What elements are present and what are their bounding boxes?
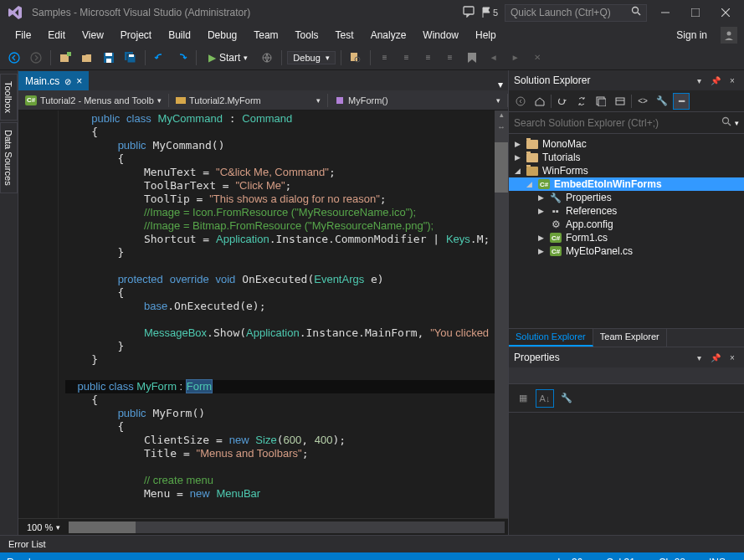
svg-point-1 [633,7,639,13]
prev-bookmark-button[interactable]: ◄ [485,49,503,67]
toolbar-separator [370,50,371,65]
tree-node-monomac[interactable]: ▶ MonoMac [509,137,744,151]
vertical-scrollbar[interactable]: ▴ ↔ [495,110,508,518]
code-content[interactable]: public class MyCommand : Command { publi… [59,110,495,518]
open-file-button[interactable] [78,49,96,67]
tab-team-explorer[interactable]: Team Explorer [593,329,667,347]
panel-dropdown-icon[interactable]: ▾ [692,74,706,87]
toolbox-tab[interactable]: Toolbox [0,74,18,121]
close-panel-icon[interactable]: × [726,74,739,87]
tree-node-appconfig[interactable]: ⚙ App.config [509,218,744,231]
find-in-files-button[interactable] [346,49,365,67]
redo-button[interactable] [172,49,191,67]
save-button[interactable] [100,49,118,67]
next-bookmark-button[interactable]: ► [506,49,525,67]
data-sources-tab[interactable]: Data Sources [0,122,18,193]
menu-file[interactable]: File [7,27,39,44]
indent-button[interactable]: ≡ [419,49,438,67]
svg-point-30 [723,118,729,124]
main-toolbar: ▶ Start ▾ Debug ▾ ≡ ≡ ≡ ≡ ◄ ► ✕ [0,45,744,70]
status-ch: Ch 28 [647,557,697,561]
properties-grid[interactable] [509,413,744,535]
pin-icon[interactable]: 📌 [709,74,722,87]
alphabetical-button[interactable]: A↓ [536,389,554,408]
solution-config-dropdown[interactable]: Debug ▾ [287,51,335,64]
menu-analyze[interactable]: Analyze [362,27,415,44]
se-preview-button[interactable]: ━ [673,93,690,110]
scrollbar-thumb[interactable] [495,142,508,193]
categorized-button[interactable]: ▦ [514,389,532,408]
se-collapse-button[interactable] [593,93,609,110]
error-list-tab[interactable]: Error List [0,537,54,552]
quick-launch-input[interactable]: Quick Launch (Ctrl+Q) [505,4,647,22]
class-dropdown[interactable]: Tutorial2.MyForm ▾ [169,94,328,107]
pin-icon[interactable]: 📌 [709,351,722,364]
pin-icon[interactable]: ⊘ [64,77,71,86]
comment-button[interactable]: ≡ [376,49,394,67]
sign-in-link[interactable]: Sign in [668,27,716,44]
tree-node-panel[interactable]: ▶C# MyEtoPanel.cs [509,244,744,258]
property-pages-button[interactable]: 🔧 [557,389,576,408]
menu-test[interactable]: Test [327,27,362,44]
se-refresh-button[interactable] [573,93,590,110]
nav-back-button[interactable] [5,49,23,67]
tree-node-winforms[interactable]: ◢ WinForms [509,164,744,177]
new-project-button[interactable] [56,49,74,67]
clear-bookmarks-button[interactable]: ✕ [528,49,546,67]
feedback-icon[interactable] [463,6,475,20]
se-show-all-button[interactable] [612,93,629,110]
se-back-button[interactable] [512,93,529,110]
scrollbar-thumb[interactable] [69,521,136,533]
menu-view[interactable]: View [74,27,112,44]
menu-window[interactable]: Window [414,27,467,44]
menu-debug[interactable]: Debug [199,27,245,44]
toolbar-separator [50,50,51,65]
svg-rect-11 [67,52,71,56]
editor-tab-main-cs[interactable]: Main.cs ⊘ × [18,71,89,90]
menu-tools[interactable]: Tools [287,27,327,44]
quick-launch-placeholder: Quick Launch (Ctrl+Q) [511,7,611,18]
save-all-button[interactable] [121,49,140,67]
tab-solution-explorer[interactable]: Solution Explorer [509,329,593,347]
tree-node-references[interactable]: ▶▪▪ References [509,204,744,218]
se-search-input[interactable] [514,117,721,129]
tree-node-properties[interactable]: ▶🔧 Properties [509,191,744,204]
browser-select-button[interactable] [258,49,276,67]
user-icon[interactable] [721,27,737,44]
menu-edit[interactable]: Edit [39,27,74,44]
se-home-button[interactable] [531,93,548,110]
panel-dropdown-icon[interactable]: ▾ [692,351,706,364]
outdent-button[interactable]: ≡ [441,49,459,67]
se-properties-button[interactable]: 🔧 [654,93,670,110]
se-code-button[interactable]: <> [634,93,651,110]
menu-help[interactable]: Help [467,27,505,44]
close-button[interactable] [714,3,737,22]
menu-build[interactable]: Build [160,27,199,44]
menu-team[interactable]: Team [245,27,286,44]
code-editor[interactable]: public class MyCommand : Command { publi… [18,110,508,518]
menu-project[interactable]: Project [112,27,160,44]
search-icon[interactable] [721,116,731,129]
horizontal-scrollbar[interactable] [69,521,505,533]
zoom-dropdown[interactable]: 100 % ▾ [22,522,65,532]
tree-label: References [566,205,617,217]
uncomment-button[interactable]: ≡ [398,49,416,67]
undo-button[interactable] [151,49,169,67]
tree-node-tutorials[interactable]: ▶ Tutorials [509,151,744,164]
close-tab-icon[interactable]: × [76,75,82,87]
minimize-button[interactable] [654,3,677,22]
nav-forward-button[interactable] [27,49,45,67]
se-sync-button[interactable] [554,93,571,110]
properties-object-selector[interactable] [509,367,744,384]
project-dropdown[interactable]: C# Tutorial2 - Menus and Toolb ▾ [18,94,169,107]
tree-node-form1[interactable]: ▶C# Form1.cs [509,231,744,244]
maximize-button[interactable] [684,3,707,22]
tab-overflow-button[interactable]: ▾ [493,79,508,90]
tree-node-embed[interactable]: ◢C# EmbedEtoInWinForms [509,177,744,191]
bookmark-button[interactable] [463,49,481,67]
start-debug-button[interactable]: ▶ Start ▾ [202,50,254,65]
notifications-flag-icon[interactable]: 5 [481,7,498,18]
properties-header: Properties ▾ 📌 × [509,347,744,367]
member-dropdown[interactable]: MyForm() ▾ [328,94,508,107]
close-panel-icon[interactable]: × [726,351,739,364]
